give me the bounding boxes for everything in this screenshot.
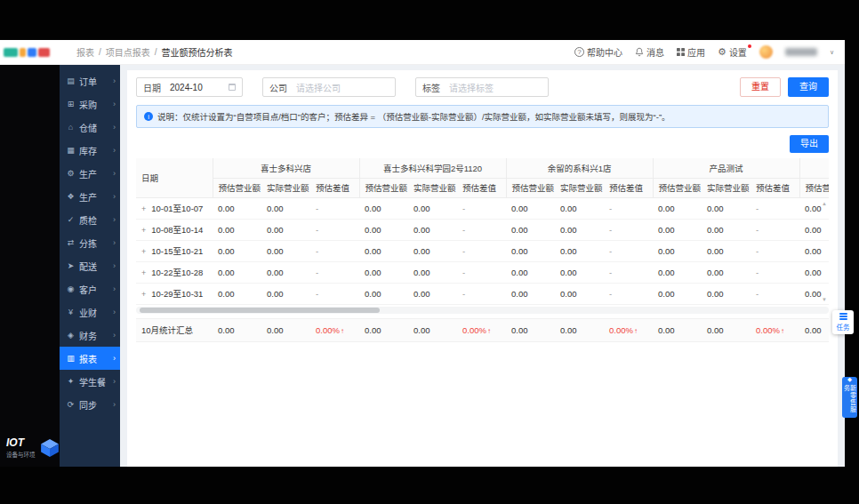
expand-icon[interactable]: +	[141, 204, 146, 213]
value-cell: 0.00	[653, 283, 702, 304]
breadcrumb-item[interactable]: 报表	[76, 45, 94, 59]
production-2-icon: ❖	[66, 192, 76, 201]
sidebar-item-6[interactable]: ✓质检›	[60, 208, 120, 231]
settings-button[interactable]: ⚙ 设置	[718, 45, 747, 59]
avatar[interactable]	[759, 45, 773, 59]
value-cell: 0.00	[702, 197, 751, 219]
sidebar-item-1[interactable]: ⊞采购›	[60, 92, 120, 116]
scroll-up-hint-icon[interactable]: ▲	[822, 201, 827, 206]
value-cell: 0.00	[213, 283, 261, 304]
chevron-down-icon[interactable]: ∨	[830, 49, 834, 56]
sidebar-item-8[interactable]: ➤配送›	[60, 254, 120, 277]
table-row: +10-08至10-140.000.00-0.000.00-0.000.00-0…	[136, 219, 829, 240]
sidebar-item-label: 生产	[79, 190, 109, 204]
diff-percent-cell: 0.00%↑	[457, 318, 506, 341]
value-cell: 0.00	[506, 283, 555, 304]
tag-filter[interactable]: 标签 请选择标签	[415, 77, 549, 97]
info-icon: i	[144, 112, 153, 121]
value-cell: 0.00	[408, 318, 457, 341]
task-list-icon	[839, 313, 847, 320]
help-center-button[interactable]: ? 帮助中心	[574, 45, 622, 59]
value-cell: -	[604, 240, 653, 261]
sidebar-item-2[interactable]: ⌂仓储›	[60, 116, 120, 139]
value-cell: -	[751, 197, 799, 219]
breadcrumb: 报表 / 项目点报表 / 营业额预估分析表	[76, 45, 233, 59]
app-window: 报表 / 项目点报表 / 营业额预估分析表 ? 帮助中心 消息	[0, 40, 845, 467]
horizontal-scrollbar[interactable]	[136, 307, 829, 314]
apps-grid-icon	[677, 48, 685, 56]
value-cell: 0.00	[261, 261, 310, 283]
search-button[interactable]: 查询	[788, 77, 829, 97]
value-cell: 0.00	[653, 219, 702, 240]
tag-filter-placeholder: 请选择标签	[449, 81, 494, 94]
reset-button[interactable]: 重置	[740, 77, 781, 97]
value-cell: -	[457, 283, 506, 304]
sidebar-item-3[interactable]: ▦库存›	[60, 139, 120, 162]
sidebar-item-9[interactable]: ◉客户›	[60, 277, 120, 300]
value-cell: 0.00	[799, 240, 829, 261]
apps-button[interactable]: 应用	[677, 45, 705, 59]
sidebar-item-14[interactable]: ⟳同步›	[60, 393, 120, 416]
chevron-right-icon: ›	[113, 192, 116, 201]
sidebar-item-4[interactable]: ⚙生产›	[60, 162, 120, 185]
date-filter[interactable]: 日期 2024-10	[136, 77, 243, 97]
value-cell: 0.00	[359, 197, 408, 219]
filter-bar: 日期 2024-10 公司 请选择公司 标签 请选择标签	[136, 77, 829, 97]
value-cell: 0.00	[261, 318, 310, 341]
expand-icon[interactable]: +	[141, 268, 146, 277]
up-arrow-icon: ↑	[487, 327, 491, 335]
row-date-cell[interactable]: +10-22至10-28	[136, 261, 213, 283]
chevron-right-icon: ›	[113, 354, 116, 363]
row-date-cell[interactable]: +10-01至10-07	[136, 197, 213, 219]
expand-icon[interactable]: +	[141, 247, 146, 256]
sub-column-header: 实际营业额	[261, 178, 310, 197]
value-cell: -	[310, 240, 359, 261]
expand-icon[interactable]: +	[141, 226, 146, 235]
filter-actions: 重置 查询	[740, 77, 829, 97]
sidebar-item-7[interactable]: ⇄分拣›	[60, 231, 120, 254]
value-cell: 0.00	[213, 197, 261, 219]
task-fab-button[interactable]: 任务	[832, 310, 854, 334]
outer-rail: IOT 设备与环境	[0, 65, 60, 467]
promo-fab-label: 新零售服务	[844, 385, 856, 419]
sidebar-item-0[interactable]: ▤订单›	[60, 69, 120, 92]
content: 日期 2024-10 公司 请选择公司 标签 请选择标签	[120, 65, 845, 467]
logo-block	[4, 48, 18, 57]
value-cell: 0.00	[213, 318, 261, 341]
company-filter[interactable]: 公司 请选择公司	[262, 77, 396, 97]
sidebar-item-label: 财务	[79, 329, 109, 342]
value-cell: 0.00	[799, 219, 829, 240]
messages-button[interactable]: 消息	[635, 45, 664, 59]
sidebar-item-label: 库存	[79, 144, 109, 157]
sidebar-item-13[interactable]: ✦学生餐›	[60, 370, 120, 393]
help-icon: ?	[574, 47, 584, 57]
sorting-icon: ⇄	[66, 238, 76, 247]
sidebar-item-10[interactable]: ¥业财›	[60, 300, 120, 324]
business-finance-icon: ¥	[66, 308, 76, 316]
store-group-header-2: 余留的系科兴1店	[506, 158, 653, 178]
sidebar-item-label: 同步	[79, 398, 109, 412]
scroll-down-hint-icon[interactable]: ▼	[822, 297, 827, 302]
report-table-head: 日期喜士多科兴店喜士多科兴科学园2号1120余留的系科兴1店产品测试预估营业额实…	[136, 158, 829, 197]
value-cell: 0.00	[506, 197, 555, 219]
row-date-cell[interactable]: +10-29至10-31	[136, 283, 213, 304]
sub-column-header: 预估差值	[310, 178, 359, 197]
sidebar-item-label: 客户	[79, 283, 109, 296]
sidebar-item-12[interactable]: ▥报表›	[60, 347, 120, 370]
sub-column-header: 预估营业额	[213, 178, 261, 197]
chevron-right-icon: ›	[113, 100, 116, 108]
breadcrumb-item[interactable]: 项目点报表	[106, 45, 150, 59]
row-date-cell[interactable]: +10-15至10-21	[136, 240, 213, 261]
promo-fab-button[interactable]: ◆ 新零售服务	[842, 377, 857, 418]
settings-label: 设置	[729, 45, 747, 59]
sidebar-item-5[interactable]: ❖生产›	[60, 185, 120, 208]
value-cell: -	[457, 261, 506, 283]
export-button[interactable]: 导出	[790, 135, 829, 153]
table-row: +10-29至10-310.000.00-0.000.00-0.000.00-0…	[136, 283, 829, 304]
sidebar-item-11[interactable]: ◈财务›	[60, 324, 120, 347]
diff-percent-cell: 0.00%↑	[310, 318, 359, 341]
expand-icon[interactable]: +	[141, 290, 146, 299]
row-date-cell[interactable]: +10-08至10-14	[136, 219, 213, 240]
value-cell: 0.00	[359, 283, 408, 304]
scrollbar-thumb[interactable]	[140, 308, 380, 313]
